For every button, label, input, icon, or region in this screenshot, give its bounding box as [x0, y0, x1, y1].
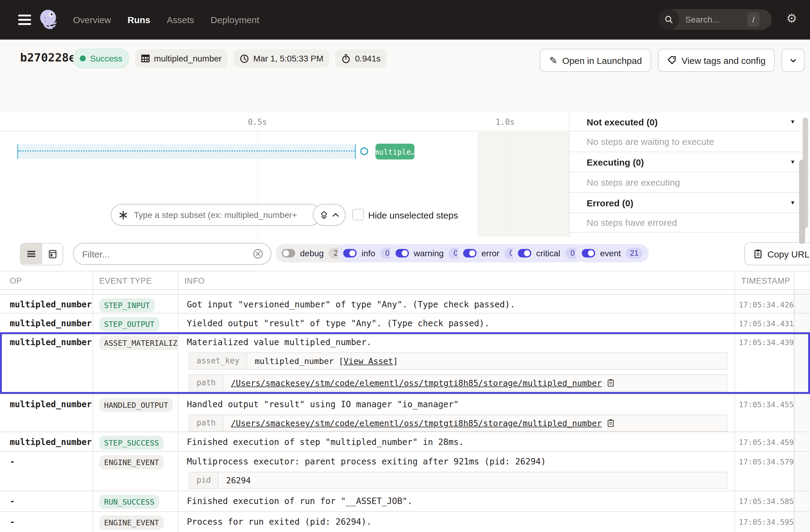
- event-type-badge: STEP_INPUT: [99, 298, 155, 312]
- dagster-logo[interactable]: [36, 7, 61, 32]
- nav-item-runs[interactable]: Runs: [128, 15, 150, 25]
- nav-item-overview[interactable]: Overview: [73, 15, 111, 25]
- hamburger-menu-icon[interactable]: [18, 15, 31, 27]
- status-dot-icon: [80, 55, 86, 62]
- event-type-badge: RUN_SUCCESS: [99, 495, 159, 509]
- structured-log-button[interactable]: [42, 243, 63, 264]
- unstructured-log-button[interactable]: [21, 243, 42, 264]
- graph-query-toggle-button[interactable]: [313, 204, 346, 226]
- job-tag[interactable]: multipled_number: [135, 49, 228, 68]
- event-type-badge: ASSET_MATERIALIZAT…: [99, 336, 178, 350]
- view-asset-link[interactable]: View Asset: [343, 356, 393, 366]
- toggle-switch-icon: [395, 249, 409, 257]
- search-icon: [659, 9, 679, 30]
- caret-down-icon: ▼: [790, 119, 795, 125]
- copy-url-button[interactable]: Copy URL: [744, 242, 810, 265]
- log-row-partial[interactable]: [0, 290, 810, 295]
- global-search[interactable]: /: [659, 9, 772, 30]
- log-table: OP EVENT TYPE INFO TIMESTAMP multipled_n…: [0, 271, 810, 532]
- view-tags-config-button[interactable]: View tags and config: [658, 49, 775, 72]
- clock-icon: [240, 54, 249, 63]
- section-executing[interactable]: Executing (0)▼: [570, 152, 810, 172]
- gear-icon[interactable]: ⚙: [786, 12, 797, 25]
- timestamp: 17:05:34.579: [735, 452, 794, 490]
- gantt-toolbar: Hide not started steps Re-execute (multi…: [0, 77, 810, 113]
- nav-item-deployment[interactable]: Deployment: [211, 15, 259, 25]
- event-type-badge: STEP_OUTPUT: [99, 317, 159, 331]
- clipboard-icon: [754, 249, 763, 259]
- log-row[interactable]: multipled_number HANDLED_OUTPUT Handled …: [0, 394, 810, 432]
- run-header: b270228e Success multipled_number Mar 1,…: [0, 39, 810, 77]
- top-nav: Overview Runs Assets Deployment / ⚙: [0, 0, 810, 39]
- path-link[interactable]: /Users/smackesey/stm/code/elementl/oss/t…: [231, 378, 602, 388]
- timestamp: 17:05:34.455: [735, 394, 794, 432]
- chevron-up-icon: [332, 212, 339, 217]
- layers-icon: [320, 210, 329, 220]
- pencil-icon: ✎: [549, 54, 557, 66]
- toggle-switch-icon: [282, 249, 295, 257]
- header-more-button[interactable]: [781, 49, 805, 72]
- clear-filter-icon[interactable]: [253, 248, 263, 259]
- log-filter-input-wrap: [73, 243, 272, 265]
- timestamp: 17:05:34.459: [735, 432, 794, 451]
- log-row-selected[interactable]: multipled_number ASSET_MATERIALIZAT… Mat…: [0, 332, 810, 394]
- search-input[interactable]: [684, 14, 747, 25]
- log-view-mode-segmented: [20, 243, 63, 265]
- hide-unselected-label: Hide unselected steps: [368, 210, 458, 220]
- gantt-out-of-range-zone: [477, 131, 569, 237]
- search-shortcut-badge: /: [747, 12, 760, 27]
- timeline-tick: 0.5s: [248, 117, 267, 127]
- duration-tag: 0.941s: [336, 49, 387, 68]
- step-subset-input[interactable]: [133, 209, 313, 220]
- hide-unselected-checkbox[interactable]: [352, 209, 364, 220]
- section-errored[interactable]: Errored (0)▼: [570, 193, 810, 213]
- caret-down-icon: ▼: [790, 159, 795, 165]
- gantt-chart: 0.5s 1.0s multiple… Hide unselected step…: [0, 113, 569, 237]
- step-subset-input-wrap: [111, 204, 321, 226]
- nav-item-assets[interactable]: Assets: [167, 15, 194, 25]
- stopwatch-icon: [342, 54, 351, 63]
- metadata-row-path: path /Users/smackesey/stm/code/elementl/…: [189, 415, 727, 432]
- col-header-op: OP: [0, 272, 93, 289]
- open-in-launchpad-button[interactable]: ✎ Open in Launchpad: [540, 49, 651, 72]
- timestamp: 17:05:34.431: [735, 313, 794, 332]
- metadata-row-pid: pid 26294: [189, 472, 727, 489]
- log-scrollbar-thumb[interactable]: [799, 160, 805, 244]
- copy-path-icon[interactable]: [607, 419, 615, 427]
- structured-doc-icon: [48, 249, 57, 258]
- metadata-row-path: path /Users/smackesey/stm/code/elementl/…: [189, 374, 727, 391]
- log-filter-input[interactable]: [81, 248, 253, 260]
- log-row[interactable]: multipled_number STEP_INPUT Got input "v…: [0, 295, 810, 313]
- log-row[interactable]: - RUN_SUCCESS Finished execution of run …: [0, 491, 810, 512]
- col-header-timestamp: TIMESTAMP: [735, 272, 794, 289]
- section-empty-row: No steps have errored: [570, 213, 810, 232]
- col-header-event-type: EVENT TYPE: [93, 272, 178, 289]
- log-row[interactable]: multipled_number STEP_SUCCESS Finished e…: [0, 432, 810, 452]
- run-id: b270228e: [20, 50, 76, 64]
- log-row[interactable]: multipled_number STEP_OUTPUT Yielded out…: [0, 313, 810, 332]
- grid-icon: [141, 54, 150, 63]
- gantt-step-box[interactable]: multiple…: [375, 144, 415, 160]
- op-selector-icon: [119, 210, 128, 220]
- toggle-event[interactable]: event 21: [576, 244, 649, 262]
- chevron-down-icon: [789, 56, 797, 64]
- toggle-switch-icon: [582, 249, 595, 257]
- log-row[interactable]: - ENGINE_EVENT Process for run exited (p…: [0, 512, 810, 532]
- tag-icon: [667, 55, 677, 65]
- start-time-tag: Mar 1, 5:05:33 PM: [234, 49, 329, 68]
- count-badge: 21: [626, 248, 643, 259]
- col-header-info: INFO: [178, 272, 735, 289]
- section-not-executed[interactable]: Not executed (0)▼: [570, 113, 810, 131]
- metadata-row-asset-key: asset_key multipled_number [View Asset]: [189, 352, 727, 370]
- log-filter-row: debug 2 info 0 warning 0 error 0 critica…: [0, 237, 810, 271]
- path-link[interactable]: /Users/smackesey/stm/code/elementl/oss/t…: [231, 418, 602, 428]
- toggle-critical[interactable]: critical 0: [512, 244, 586, 262]
- log-row[interactable]: - ENGINE_EVENT Multiprocess executor: pa…: [0, 452, 810, 491]
- copy-path-icon[interactable]: [607, 378, 615, 387]
- toggle-switch-icon: [463, 249, 476, 257]
- step-start-marker-icon: [360, 147, 368, 155]
- timestamp: 17:05:34.585: [735, 491, 794, 511]
- toggle-switch-icon: [343, 249, 357, 257]
- caret-down-icon: ▼: [790, 200, 795, 206]
- log-table-header: OP EVENT TYPE INFO TIMESTAMP: [0, 272, 810, 290]
